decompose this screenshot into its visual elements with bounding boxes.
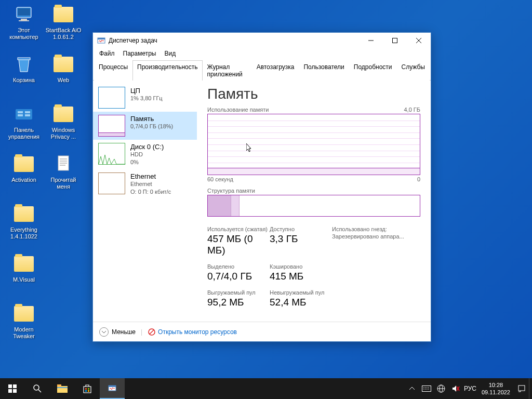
desktop-icon[interactable]: Activation (4, 154, 44, 183)
sidebar-item-mem[interactable]: Память0,7/4,0 ГБ (18%) (93, 112, 197, 140)
desktop-icon[interactable]: M.Visual (4, 254, 44, 283)
svg-rect-30 (57, 384, 61, 387)
folder-icon (14, 154, 34, 175)
tab-1[interactable]: Производительность (132, 60, 202, 81)
svg-rect-3 (19, 20, 29, 21)
tabs: ПроцессыПроизводительностьЖурнал приложе… (93, 60, 431, 81)
tab-2[interactable]: Журнал приложений (203, 60, 252, 81)
svg-rect-2 (21, 19, 27, 20)
svg-rect-18 (393, 38, 397, 43)
folder-icon (14, 254, 34, 274)
chart-max: 4,0 ГБ (404, 107, 420, 113)
search-button[interactable] (25, 378, 50, 399)
store-button[interactable] (75, 378, 100, 399)
svg-rect-4 (18, 58, 30, 60)
stat-label: Невыгружаемый пул (270, 289, 332, 296)
desktop-icon[interactable]: Web (44, 54, 83, 84)
desktop-icon[interactable]: Прочитай меня (44, 154, 83, 190)
task-manager-taskbar-button[interactable] (100, 378, 125, 399)
stat: Доступно3,3 ГБ (270, 226, 332, 256)
stat-label: Кэшировано (270, 263, 332, 270)
stats-grid: Используется (сжатая)457 МБ (0 МБ)Доступ… (207, 226, 420, 315)
stat-label: Выгружаемый пул (207, 289, 270, 296)
tab-5[interactable]: Подробности (349, 60, 397, 81)
volume-icon[interactable] (448, 378, 463, 399)
language-indicator[interactable]: РУС (463, 378, 477, 399)
fewer-details-label[interactable]: Меньше (112, 328, 136, 336)
memory-composition (207, 195, 420, 217)
svg-rect-24 (13, 384, 17, 388)
desktop-icon[interactable]: Everything 1.4.1.1022 (4, 204, 44, 240)
taskbar[interactable]: РУС 10:28 09.11.2022 (0, 378, 532, 399)
close-button[interactable] (407, 33, 431, 48)
sb-title: Ethernet (130, 172, 171, 180)
icon-label: Этот компьютер (4, 27, 44, 41)
page-title: Память (207, 86, 420, 102)
menu-item[interactable]: Файл (95, 48, 119, 60)
tab-0[interactable]: Процессы (94, 60, 132, 81)
desktop-icon[interactable]: Modern Tweaker (4, 303, 44, 340)
svg-line-28 (38, 390, 41, 392)
stat-label: Доступно (270, 226, 332, 232)
tray-keyboard-icon[interactable] (419, 378, 434, 399)
window-footer: Меньше | Открыть монитор ресурсов (93, 322, 431, 341)
sidebar-item-eth[interactable]: EthernetEthernetО: 0 П: 0 кбит/с (93, 169, 197, 199)
desktop-icon[interactable]: Панель управления (4, 104, 44, 140)
clock-date: 09.11.2022 (482, 389, 510, 396)
icon-label: Корзина (13, 77, 35, 84)
menu-item[interactable]: Параметры (119, 48, 161, 60)
maximize-button[interactable] (383, 33, 407, 48)
desktop-icon[interactable]: Корзина (4, 54, 44, 84)
sidebar: ЦП1% 3,80 ГГцПамять0,7/4,0 ГБ (18%)Диск … (93, 81, 197, 322)
open-resmon-link[interactable]: Открыть монитор ресурсов (158, 328, 237, 336)
explorer-button[interactable] (50, 378, 75, 399)
titlebar[interactable]: Диспетчер задач (93, 33, 431, 48)
tab-3[interactable]: Автозагрузка (252, 60, 299, 81)
main-panel: Память Использование памяти 4,0 ГБ 60 се… (197, 81, 431, 322)
chart-x-right: 0 (417, 176, 420, 182)
stat-value: 95,2 МБ (207, 297, 270, 308)
folder-icon (14, 204, 34, 224)
menu-item[interactable]: Вид (160, 48, 180, 60)
minimize-button[interactable] (359, 33, 383, 48)
network-icon[interactable] (434, 378, 448, 399)
stat-value: 457 МБ (0 МБ) (207, 233, 270, 256)
clock[interactable]: 10:28 09.11.2022 (477, 381, 514, 396)
tray-chevron-icon[interactable] (405, 378, 419, 399)
tab-4[interactable]: Пользователи (299, 60, 349, 81)
stat-label: Выделено (207, 263, 270, 270)
chart-title: Использование памяти (207, 107, 269, 113)
icon-label: Windows Privacy ... (44, 127, 83, 140)
sb-sub2: О: 0 П: 0 кбит/с (130, 189, 171, 195)
tab-6[interactable]: Службы (397, 60, 430, 81)
sb-title: Память (130, 115, 173, 123)
window-controls (359, 33, 431, 48)
stat-value: 52,4 МБ (270, 297, 332, 308)
stat-value: 0,7/4,0 ГБ (207, 271, 270, 282)
svg-rect-8 (25, 111, 30, 113)
stat: Выгружаемый пул95,2 МБ (207, 289, 270, 308)
desktop-icon[interactable]: StartBack AiO 1.0.61.2 (44, 4, 83, 41)
sb-sub: 0,7/4,0 ГБ (18%) (130, 123, 173, 129)
desktop-icon[interactable]: Этот компьютер (4, 4, 44, 41)
notifications-icon[interactable] (514, 378, 529, 399)
comp-modified (231, 195, 240, 216)
svg-rect-29 (57, 386, 68, 393)
mini-chart (98, 172, 125, 194)
svg-rect-9 (25, 114, 30, 116)
composition-label: Структура памяти (207, 188, 420, 194)
clock-time: 10:28 (489, 381, 503, 389)
svg-rect-38 (109, 385, 116, 387)
icon-label: Everything 1.4.1.1022 (4, 227, 44, 240)
svg-rect-34 (88, 388, 89, 390)
sidebar-item-disk[interactable]: Диск 0 (C:)HDD0% (93, 140, 197, 169)
start-button[interactable] (0, 378, 25, 399)
system-tray: РУС 10:28 09.11.2022 (405, 378, 532, 399)
fewer-details-button[interactable] (99, 327, 109, 337)
window-title: Диспетчер задач (109, 37, 157, 44)
stat: Невыгружаемый пул52,4 МБ (270, 289, 332, 308)
icon-label: Modern Tweaker (4, 326, 44, 340)
sidebar-item-cpu[interactable]: ЦП1% 3,80 ГГц (93, 84, 197, 112)
desktop-icon[interactable]: Windows Privacy ... (44, 104, 83, 140)
show-desktop-button[interactable] (529, 378, 532, 399)
